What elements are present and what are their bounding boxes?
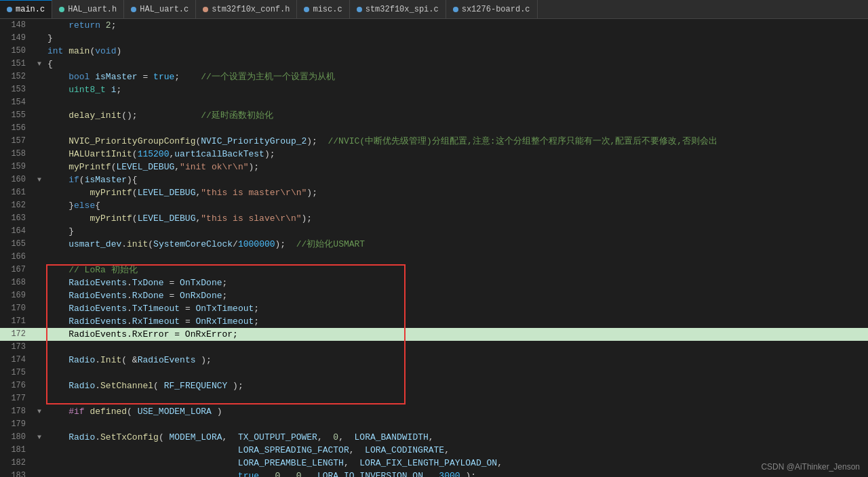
watermark: CSDN @AiThinker_Jenson (761, 462, 860, 472)
table-row: 151 ▼ { (0, 58, 868, 70)
table-row: 164 } (0, 225, 868, 238)
tab-main-c[interactable]: main.c (0, 0, 52, 18)
table-row: 168 RadioEvents.TxDone = OnTxDone; (0, 276, 868, 289)
tab-label: misc.c (313, 5, 342, 14)
table-row: 148 return 2; (0, 19, 868, 32)
tab-label: stm32f10x_conf.h (212, 5, 290, 14)
tab-misc-c[interactable]: misc.c (297, 0, 349, 18)
tab-dot (304, 7, 309, 12)
table-row: 169 RadioEvents.RxDone = OnRxDone; (0, 289, 868, 302)
tab-dot (131, 7, 136, 12)
table-row: 153 uint8_t i; (0, 83, 868, 96)
table-row: 183 true, 0, 0, LORA_IQ_INVERSION_ON, 30… (0, 470, 868, 477)
code-lines: 148 return 2; 149 } 150 int main(void) 1… (0, 19, 868, 477)
tab-label: main.c (16, 5, 45, 14)
table-row: 180 ▼ Radio.SetTxConfig( MODEM_LORA, TX_… (0, 431, 868, 444)
table-row: 175 (0, 367, 868, 379)
table-row: 167 // LoRa 初始化 (0, 264, 868, 276)
tab-hal-uart-c[interactable]: HAL_uart.c (124, 0, 196, 18)
tab-label: sx1276-board.c (462, 5, 530, 14)
table-row: 159 myPrintf(LEVEL_DEBUG,"init ok\r\n"); (0, 161, 868, 173)
table-row: 162 }else{ (0, 199, 868, 212)
table-row: 155 delay_init(); //延时函数初始化 (0, 109, 868, 122)
tab-stm32-spi[interactable]: stm32f10x_spi.c (350, 0, 446, 18)
table-row: 150 int main(void) (0, 45, 868, 58)
table-row: 161 myPrintf(LEVEL_DEBUG,"this is master… (0, 186, 868, 199)
table-row: 149 } (0, 32, 868, 45)
tab-label: HAL_uart.c (140, 5, 189, 14)
code-area: 148 return 2; 149 } 150 int main(void) 1… (0, 19, 868, 477)
tab-dot (453, 7, 458, 12)
tab-dot (59, 7, 64, 12)
table-row: 171 RadioEvents.RxTimeout = OnRxTimeout; (0, 315, 868, 328)
editor-window: main.c HAL_uart.h HAL_uart.c stm32f10x_c… (0, 0, 868, 477)
tab-bar: main.c HAL_uart.h HAL_uart.c stm32f10x_c… (0, 0, 868, 19)
tab-label: stm32f10x_spi.c (366, 5, 439, 14)
tab-hal-uart-h[interactable]: HAL_uart.h (52, 0, 124, 18)
table-row: 172 RadioEvents.RxError = OnRxError; (0, 328, 868, 341)
table-row: 176 Radio.SetChannel( RF_FREQUENCY ); (0, 379, 868, 392)
table-row: 182 LORA_PREAMBLE_LENGTH, LORA_FIX_LENGT… (0, 457, 868, 470)
table-row: 173 (0, 341, 868, 354)
tab-label: HAL_uart.h (68, 5, 117, 14)
table-row: 163 myPrintf(LEVEL_DEBUG,"this is slave\… (0, 212, 868, 225)
tab-dot (357, 7, 362, 12)
table-row: 179 (0, 418, 868, 431)
tab-sx1276[interactable]: sx1276-board.c (446, 0, 538, 18)
table-row: 160 ▼ if(isMaster){ (0, 173, 868, 186)
table-row: 170 RadioEvents.TxTimeout = OnTxTimeout; (0, 302, 868, 315)
table-row: 156 (0, 122, 868, 135)
tab-dot (203, 7, 208, 12)
table-row: 166 (0, 251, 868, 264)
table-row: 158 HALUart1Init(115200,uart1callBackTes… (0, 148, 868, 161)
table-row: 165 usmart_dev.init(SystemCoreClock/1000… (0, 238, 868, 251)
table-row: 177 (0, 392, 868, 405)
tab-dot (7, 7, 12, 12)
table-row: 174 Radio.Init( &RadioEvents ); (0, 354, 868, 367)
table-row: 181 LORA_SPREADING_FACTOR, LORA_CODINGRA… (0, 444, 868, 457)
table-row: 157 NVIC_PriorityGroupConfig(NVIC_Priori… (0, 135, 868, 148)
table-row: 154 (0, 96, 868, 109)
table-row: 152 bool isMaster = true; //一个设置为主机一个设置为… (0, 70, 868, 83)
table-row: 178 ▼ #if defined( USE_MODEM_LORA ) (0, 405, 868, 418)
tab-stm32-conf[interactable]: stm32f10x_conf.h (196, 0, 297, 18)
